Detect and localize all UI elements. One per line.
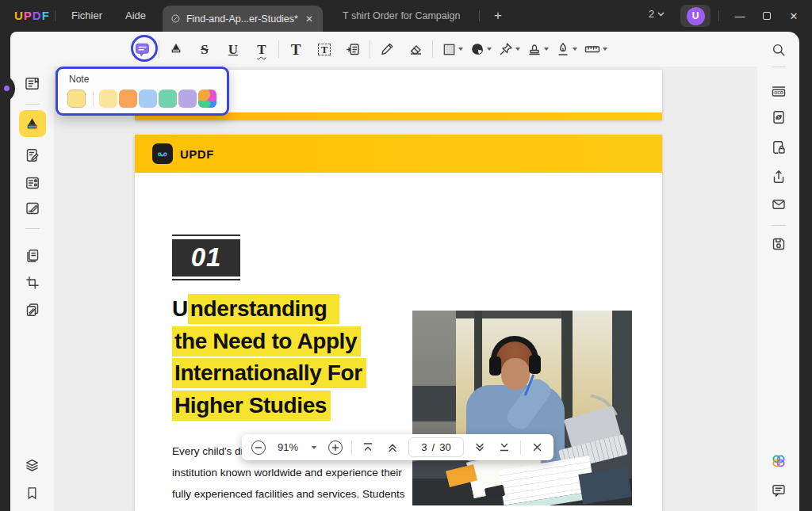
sidebar-item-mail[interactable]: [765, 191, 792, 218]
titlebar-divider: [55, 10, 56, 21]
convert-page-icon: [771, 109, 787, 125]
text-box-icon: T: [318, 44, 331, 55]
sidebar-item-save[interactable]: [765, 231, 792, 257]
bookmark-icon: [25, 486, 40, 501]
heading-line: the Need to Apply: [172, 326, 366, 358]
zoom-out-button[interactable]: [250, 439, 267, 456]
add-text-tool[interactable]: T: [285, 38, 307, 60]
sidebar-item-reader[interactable]: [19, 70, 46, 97]
note-popup-title: Note: [69, 74, 89, 85]
section-heading: Understanding the Need to Apply Internat…: [172, 293, 366, 421]
sidebar-item-sign[interactable]: [19, 195, 46, 222]
tab-count-value: 2: [649, 8, 654, 20]
pages-icon: [25, 248, 40, 264]
updf-brand-icon: [152, 143, 173, 164]
sticker-tool[interactable]: [469, 41, 492, 57]
sidebar-item-convert[interactable]: [765, 104, 792, 131]
chevron-down-icon[interactable]: [458, 48, 463, 51]
strikethrough-icon: S: [201, 43, 208, 56]
chevron-down-icon: [657, 12, 665, 17]
chevron-down-icon[interactable]: [544, 48, 549, 51]
text-box-tool[interactable]: T: [313, 38, 335, 60]
menu-help[interactable]: Aide: [117, 0, 154, 32]
highlighter-tool[interactable]: [165, 38, 187, 60]
eraser-tool[interactable]: [404, 38, 427, 60]
stamp-tool[interactable]: [527, 41, 549, 57]
sidebar-item-attachment[interactable]: [19, 507, 46, 511]
left-sidebar: [10, 67, 54, 511]
close-button[interactable]: ✕: [780, 0, 807, 32]
sticker-icon: [469, 41, 485, 57]
next-page-button[interactable]: [471, 439, 488, 456]
note-comment-tool[interactable]: [131, 38, 153, 60]
eraser-icon: [408, 41, 423, 57]
underline-tool[interactable]: U: [222, 38, 244, 60]
measure-tool[interactable]: [584, 41, 607, 57]
sidebar-item-ocr[interactable]: OCR: [765, 78, 792, 105]
previous-page-button[interactable]: [384, 439, 401, 456]
sidebar-item-feedback[interactable]: [765, 477, 792, 504]
sidebar-item-bookmark[interactable]: [19, 479, 46, 506]
sidebar-item-watermark[interactable]: [19, 296, 46, 323]
sidebar-item-crop[interactable]: [19, 269, 46, 296]
close-pagebar-button[interactable]: [528, 439, 546, 456]
logo-letter: F: [42, 9, 50, 22]
tab-close-icon[interactable]: ✕: [304, 13, 315, 25]
chevron-down-icon: [312, 446, 316, 449]
zoom-in-button[interactable]: [327, 439, 344, 456]
page-number-box[interactable]: 3 / 30: [408, 437, 464, 457]
new-tab-button[interactable]: +: [488, 6, 508, 25]
note-color-purple[interactable]: [178, 90, 197, 108]
tab-label: Find-and-Ap...er-Studies*: [186, 13, 298, 25]
note-color-blue[interactable]: [139, 90, 157, 108]
squiggly-underline-tool[interactable]: T: [251, 38, 273, 60]
note-color-custom-picker[interactable]: [198, 90, 216, 108]
pencil-icon: [379, 41, 395, 57]
chevron-down-icon[interactable]: [487, 48, 492, 51]
right-sidebar: OCR: [757, 32, 799, 511]
annotation-toolbar: S U T T T: [10, 32, 799, 67]
sidebar-item-layers[interactable]: [19, 452, 46, 479]
zoom-dropdown[interactable]: [308, 439, 320, 456]
pin-tool[interactable]: [498, 41, 520, 57]
chevron-down-icon[interactable]: [515, 48, 520, 51]
pencil-tool[interactable]: [376, 38, 398, 60]
sidebar-item-protect[interactable]: [765, 134, 792, 161]
last-page-button[interactable]: [496, 439, 513, 456]
toolbar-divider: [432, 40, 433, 58]
note-color-green[interactable]: [159, 90, 177, 108]
sidebar-item-organize-pages[interactable]: [19, 242, 46, 269]
minimize-button[interactable]: —: [726, 0, 753, 32]
swatch-divider: [93, 91, 94, 106]
crop-icon: [25, 275, 40, 291]
watermark-pages-icon: [25, 302, 40, 318]
chapter-number-block: 01: [172, 235, 240, 280]
first-page-button[interactable]: [359, 439, 377, 456]
shape-tool[interactable]: [442, 42, 463, 57]
signature-tool[interactable]: [555, 41, 577, 57]
note-color-yellow[interactable]: [99, 90, 117, 108]
pagebar-divider: [520, 440, 521, 455]
tab-count-dropdown[interactable]: 2: [649, 8, 665, 20]
note-color-selected[interactable]: [67, 90, 86, 108]
maximize-icon: [763, 12, 771, 20]
typewriter-tool[interactable]: [342, 38, 364, 60]
chevron-down-icon[interactable]: [573, 48, 577, 51]
strikethrough-tool[interactable]: S: [193, 38, 216, 60]
maximize-button[interactable]: [753, 0, 780, 32]
sidebar-item-search[interactable]: [765, 36, 792, 63]
sidebar-item-updf-ai[interactable]: [765, 448, 792, 475]
menu-file[interactable]: Fichier: [63, 0, 110, 32]
toolbar-divider: [370, 40, 370, 58]
account-button[interactable]: U: [680, 5, 710, 27]
note-color-orange[interactable]: [119, 90, 137, 108]
chevron-down-icon[interactable]: [603, 48, 607, 51]
sidebar-item-edit[interactable]: [19, 142, 46, 169]
sidebar-item-forms[interactable]: [19, 170, 46, 196]
tab-document-active[interactable]: Find-and-Ap...er-Studies* ✕: [163, 6, 323, 32]
signature-pen-icon: [555, 41, 571, 57]
sidebar-item-share[interactable]: [765, 163, 792, 190]
sidebar-item-annotate[interactable]: [19, 110, 46, 137]
tab-document-inactive[interactable]: T shirt Order for Campaign: [331, 0, 471, 32]
sidebar-divider: [772, 67, 786, 67]
